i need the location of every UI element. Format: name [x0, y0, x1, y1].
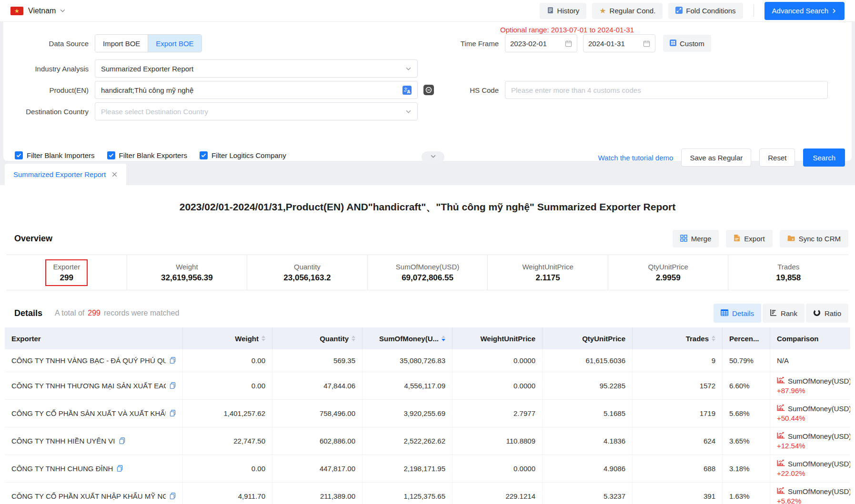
sort-icon[interactable] — [442, 336, 445, 341]
stat-qty-unit-price: QtyUnitPrice 2.9959 — [608, 255, 729, 290]
advanced-search-button[interactable]: Advanced Search — [764, 2, 845, 20]
sort-icon[interactable] — [262, 336, 265, 341]
comparison-metric: SumOfMoney(USD) — [788, 460, 850, 468]
custom-range-button[interactable]: Custom — [663, 35, 711, 52]
translate-icon[interactable]: 文A — [402, 86, 412, 95]
column-header-trades[interactable]: Trades — [633, 327, 723, 349]
export-boe-option[interactable]: Export BOE — [148, 35, 201, 52]
industry-analysis-label: Industry Analysis — [15, 65, 89, 73]
exporter-company-name[interactable]: CÔNG TY TNHH HIỀN UYÊN VI — [11, 437, 115, 445]
destination-country-select[interactable]: Please select Destination Country — [95, 102, 418, 120]
cell-exporter: CÔNG TY TNHH HIỀN UYÊN VI — [5, 427, 183, 455]
sumofmoney-u-value: 2,198,171.95 — [403, 464, 445, 473]
copy-icon[interactable] — [170, 410, 176, 417]
column-header-qtyunitprice: QtyUnitPrice — [543, 327, 633, 349]
hs-code-input[interactable] — [505, 81, 828, 99]
matched-count: 299 — [88, 309, 101, 317]
cell-weight: 22,747.50 — [183, 427, 272, 455]
cell-quantity: 47,844.06 — [272, 372, 362, 399]
tab-summarized-exporter-report[interactable]: Summarized Exporter Report — [5, 164, 126, 185]
fold-conditions-button[interactable]: Fold Conditions — [668, 3, 743, 19]
weightunitprice-value: 0.0000 — [513, 356, 535, 365]
filter-blank-importers-checkbox[interactable]: Filter Blank Importers — [15, 151, 95, 159]
column-header-label: Comparison — [777, 335, 819, 343]
quantity-value: 47,844.06 — [323, 382, 355, 390]
exporter-company-name[interactable]: CÔNG TY CỔ PHẦN XUẤT NHẬP KHẨU MỸ NGH... — [11, 492, 166, 500]
exclude-keywords-icon[interactable] — [423, 85, 434, 95]
quantity-value: 602,886.00 — [320, 437, 355, 445]
report-content: 2023/02/01-2024/01/31,Product(EN) AND"ha… — [0, 185, 855, 504]
weight-value: 0.00 — [251, 464, 265, 473]
chevron-down-icon — [405, 109, 412, 115]
exporter-company-name[interactable]: CÔNG TY CỔ PHẦN SẢN XUẤT VÀ XUẤT KHẨU ..… — [11, 409, 166, 417]
close-icon[interactable] — [111, 171, 118, 178]
checkbox-checked-icon — [107, 151, 115, 159]
comparison-change: +5.62% — [777, 497, 850, 504]
cell-sumofmoney-u: 2,198,171.95 — [362, 455, 453, 482]
custom-icon — [670, 40, 676, 48]
export-button[interactable]: Export — [726, 230, 772, 247]
tutorial-demo-link[interactable]: Watch the tutorial demo — [598, 154, 674, 162]
comparison-value: SumOfMoney(USD)+50.44% — [777, 405, 850, 422]
cell-weightunitprice: 0.0000 — [453, 455, 543, 482]
country-selector-label[interactable]: Vietnam — [28, 7, 56, 15]
column-header-label: SumOfMoney(U... — [379, 335, 439, 343]
cell-quantity: 211,389.00 — [272, 483, 362, 504]
cell-exporter: CÔNG TY TNHH VÀNG BẠC - ĐÁ QUÝ PHÚ QUÝ — [5, 349, 183, 372]
cell-trades: 1719 — [633, 400, 723, 427]
column-header-sumofmoney-u[interactable]: SumOfMoney(U... — [362, 327, 453, 349]
product-en-input[interactable]: handicraft;Thủ công mỹ nghệ 文A — [95, 81, 418, 99]
details-heading: Details — [14, 308, 42, 318]
calendar-icon — [565, 40, 572, 47]
history-button[interactable]: History — [540, 3, 587, 19]
merge-button[interactable]: Merge — [673, 230, 719, 247]
filter-blank-exporters-checkbox[interactable]: Filter Blank Exporters — [107, 151, 187, 159]
sumofmoney-u-value: 35,080,726.83 — [400, 356, 445, 365]
filter-logistics-company-checkbox[interactable]: Filter Logitics Company — [200, 151, 286, 159]
copy-icon[interactable] — [119, 437, 125, 445]
sync-to-crm-button[interactable]: Sync to CRM — [780, 230, 848, 247]
overview-stats: Exporter 299 Weight 32,619,956.39 Quanti… — [7, 255, 848, 290]
view-rank-button[interactable]: Rank — [763, 304, 805, 323]
copy-icon[interactable] — [170, 357, 176, 364]
overview-heading: Overview — [14, 234, 52, 244]
comparison-metric: SumOfMoney(USD) — [788, 487, 850, 495]
exporter-company-name[interactable]: CÔNG TY TNHH THƯƠNG MẠI SẢN XUẤT EAG... — [11, 382, 166, 390]
sort-icon[interactable] — [712, 336, 715, 341]
cell-comparison: N/A — [770, 349, 850, 372]
weight-value: 4,911.70 — [238, 492, 265, 500]
sumofmoney-u-value: 4,556,117.09 — [404, 382, 445, 390]
column-header-weight[interactable]: Weight — [183, 327, 272, 349]
comparison-change: +12.54% — [777, 442, 850, 450]
calendar-icon — [643, 40, 650, 47]
save-as-regular-button[interactable]: Save as Regular — [681, 148, 751, 167]
view-ratio-button[interactable]: Ratio — [806, 304, 848, 323]
comparison-metric: SumOfMoney(USD) — [788, 405, 850, 413]
comparison-change: +87.96% — [777, 386, 850, 395]
percen-value: 3.65% — [729, 437, 750, 445]
industry-analysis-select[interactable]: Summarized Exporter Report — [95, 59, 418, 78]
view-details-button[interactable]: Details — [714, 304, 761, 323]
regular-cond-button[interactable]: ★ Regular Cond. — [592, 3, 663, 19]
import-boe-option[interactable]: Import BOE — [95, 35, 148, 52]
cell-quantity: 447,817.00 — [272, 455, 362, 482]
percen-value: 1.63% — [729, 492, 750, 500]
details-table: ExporterWeightQuantitySumOfMoney(U...Wei… — [5, 327, 850, 504]
column-header-quantity[interactable]: Quantity — [272, 327, 362, 349]
sort-icon[interactable] — [352, 336, 355, 341]
date-from-input[interactable]: 2023-02-01 — [505, 34, 577, 52]
time-frame-label: Time Frame — [460, 40, 499, 48]
exporter-company-name[interactable]: CÔNG TY TNHH CHUNG ĐỈNH — [11, 464, 113, 473]
copy-icon[interactable] — [170, 493, 176, 500]
report-title: 2023/02/01-2024/01/31,Product(EN) AND"ha… — [0, 185, 855, 214]
chevron-down-icon[interactable] — [60, 8, 66, 14]
qtyunitprice-value: 5.3237 — [604, 492, 625, 500]
expand-conditions-button[interactable] — [422, 151, 444, 163]
date-to-input[interactable]: 2024-01-31 — [583, 34, 655, 52]
copy-icon[interactable] — [117, 465, 123, 472]
column-header-weightunitprice: WeightUnitPrice — [453, 327, 543, 349]
copy-icon[interactable] — [170, 382, 176, 389]
search-button[interactable]: Search — [803, 148, 845, 167]
exporter-company-name[interactable]: CÔNG TY TNHH VÀNG BẠC - ĐÁ QUÝ PHÚ QUÝ — [11, 356, 166, 365]
reset-button[interactable]: Reset — [759, 148, 795, 167]
